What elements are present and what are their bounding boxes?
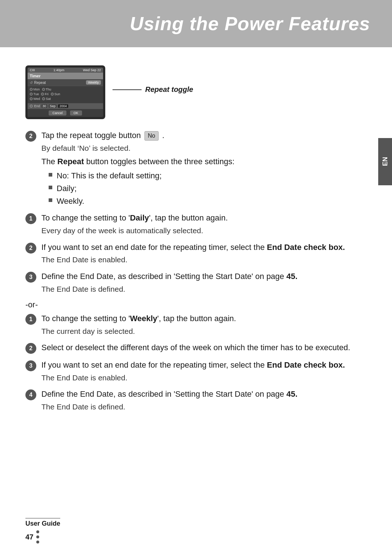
bullet-item-daily: Daily; <box>49 183 367 194</box>
footer-dots <box>36 530 39 543</box>
phone-day-tue[interactable]: Tue <box>30 92 39 96</box>
daily-step2-main: If you want to set an end date for the r… <box>41 242 367 253</box>
step2-intro-row: 2 Tap the repeat toggle button No . By d… <box>25 130 367 210</box>
daily-step3-content: Define the End Date, as described in 'Se… <box>41 271 367 294</box>
weekly-step3-main: If you want to set an end date for the r… <box>41 360 367 371</box>
phone-day-sat[interactable]: Sat <box>42 97 51 101</box>
weekly-step4-content: Define the End Date, as described in 'Se… <box>41 389 367 412</box>
daily-step1-content: To change the setting to 'Daily', tap th… <box>41 213 367 236</box>
bullet-item-no: No: This is the default setting; <box>49 170 367 182</box>
daily-step2-content: If you want to set an end date for the r… <box>41 242 367 265</box>
phone-date-row: End 30 Sep 2004 <box>28 103 103 109</box>
daily-step-3: 3 Define the End Date, as described in '… <box>25 271 367 294</box>
phone-day-thu[interactable]: Thu <box>42 88 52 91</box>
main-content: CIII 1:40pm Wed Sep 22 Timer ↺ Repeat We… <box>0 47 392 429</box>
phone-weekly-button[interactable]: Weekly <box>86 80 101 85</box>
footer: User Guide 47 <box>0 518 392 543</box>
page-title: Using the Power Features <box>130 13 370 35</box>
bullet-item-weekly: Weekly. <box>49 196 367 207</box>
weekly-step2-content: Select or deselect the different days of… <box>41 342 367 353</box>
weekly-step-1: 1 To change the setting to 'Weekly', tap… <box>25 313 367 336</box>
phone-day-wed[interactable]: Wed <box>30 97 40 101</box>
weekly-step3-sub: The End Date is enabled. <box>41 372 367 383</box>
step2-default-text: By default ‘No’ is selected. <box>41 143 367 153</box>
daily-step3-number: 3 <box>25 272 36 283</box>
user-guide-label: User Guide <box>25 518 60 527</box>
weekly-step2-main: Select or deselect the different days of… <box>41 342 367 353</box>
no-button-inline[interactable]: No <box>144 131 158 141</box>
header-banner: Using the Power Features <box>0 0 392 47</box>
phone-date-label: End <box>34 104 40 108</box>
phone-repeat-label: Repeat <box>34 81 86 85</box>
phone-day-sun[interactable]: Sun <box>51 92 60 96</box>
phone-date-day: 30 <box>41 104 47 108</box>
step2-intro-text: Tap the repeat toggle button No . <box>41 131 164 140</box>
callout-line: Repeat toggle <box>113 85 193 94</box>
phone-status-center: 1:40pm <box>53 68 64 72</box>
phone-buttons: Cancel OK <box>28 109 103 117</box>
callout-area: Repeat toggle <box>105 65 193 94</box>
phone-ok-button[interactable]: OK <box>70 110 82 116</box>
phone-screenshot-area: CIII 1:40pm Wed Sep 22 Timer ↺ Repeat We… <box>25 65 367 119</box>
weekly-step4-number: 4 <box>25 389 36 400</box>
step2-content: Tap the repeat toggle button No . By def… <box>41 130 367 210</box>
dot-2 <box>36 535 39 538</box>
phone-status-right: Wed Sep 22 <box>83 68 101 72</box>
weekly-step2-number: 2 <box>25 343 36 354</box>
or-divider: -or- <box>25 300 367 310</box>
daily-step1-sub: Every day of the week is automatically s… <box>41 225 367 236</box>
daily-step1-main: To change the setting to 'Daily', tap th… <box>41 213 367 224</box>
phone-day-fri[interactable]: Fri <box>41 92 49 96</box>
footer-left: User Guide 47 <box>25 518 60 543</box>
phone-repeat-row: ↺ Repeat Weekly <box>28 79 103 86</box>
callout-arrow <box>113 89 142 90</box>
weekly-step4-sub: The End Date is defined. <box>41 401 367 412</box>
daily-step3-main: Define the End Date, as described in 'Se… <box>41 271 367 282</box>
page-number: 47 <box>25 533 33 541</box>
phone-days-grid: Mon Thu Tue Fri Sun Wed Sat <box>28 86 103 103</box>
daily-step2-number: 2 <box>25 243 36 254</box>
phone-status-bar: CIII 1:40pm Wed Sep 22 <box>28 68 103 73</box>
dot-1 <box>36 530 39 533</box>
language-tab: EN <box>378 138 392 185</box>
phone-cancel-button[interactable]: Cancel <box>49 110 66 116</box>
weekly-step1-number: 1 <box>25 314 36 325</box>
phone-screenshot: CIII 1:40pm Wed Sep 22 Timer ↺ Repeat We… <box>25 65 105 119</box>
callout-label: Repeat toggle <box>145 85 193 94</box>
weekly-step-2: 2 Select or deselect the different days … <box>25 342 367 354</box>
daily-step-2: 2 If you want to set an end date for the… <box>25 242 367 265</box>
weekly-step1-content: To change the setting to 'Weekly', tap t… <box>41 313 367 336</box>
phone-status-left: CIII <box>30 68 35 72</box>
weekly-step4-main: Define the End Date, as described in 'Se… <box>41 389 367 400</box>
phone-timer-header: Timer <box>28 73 103 79</box>
steps-section: 2 Tap the repeat toggle button No . By d… <box>25 130 367 412</box>
step2-repeat-info: The Repeat button toggles between the th… <box>41 156 367 167</box>
phone-timer-label: Timer <box>30 74 41 78</box>
weekly-step3-content: If you want to set an end date for the r… <box>41 360 367 383</box>
phone-date-month: Sep <box>49 104 57 108</box>
weekly-step-3: 3 If you want to set an end date for the… <box>25 360 367 383</box>
daily-step3-sub: The End Date is defined. <box>41 284 367 294</box>
step2-number: 2 <box>25 131 36 142</box>
daily-step-1: 1 To change the setting to 'Daily', tap … <box>25 213 367 236</box>
bullet-list: No: This is the default setting; Daily; … <box>41 170 367 207</box>
phone-date-year: 2004 <box>58 104 68 108</box>
dot-3 <box>36 541 39 543</box>
phone-day-mon[interactable]: Mon <box>30 88 40 91</box>
weekly-step1-main: To change the setting to 'Weekly', tap t… <box>41 313 367 324</box>
weekly-step3-number: 3 <box>25 360 36 371</box>
weekly-step1-sub: The current day is selected. <box>41 326 367 336</box>
daily-step2-sub: The End Date is enabled. <box>41 254 367 265</box>
weekly-step-4: 4 Define the End Date, as described in '… <box>25 389 367 412</box>
daily-step1-number: 1 <box>25 213 36 224</box>
language-label: EN <box>381 157 389 166</box>
phone-inner: CIII 1:40pm Wed Sep 22 Timer ↺ Repeat We… <box>28 68 103 117</box>
